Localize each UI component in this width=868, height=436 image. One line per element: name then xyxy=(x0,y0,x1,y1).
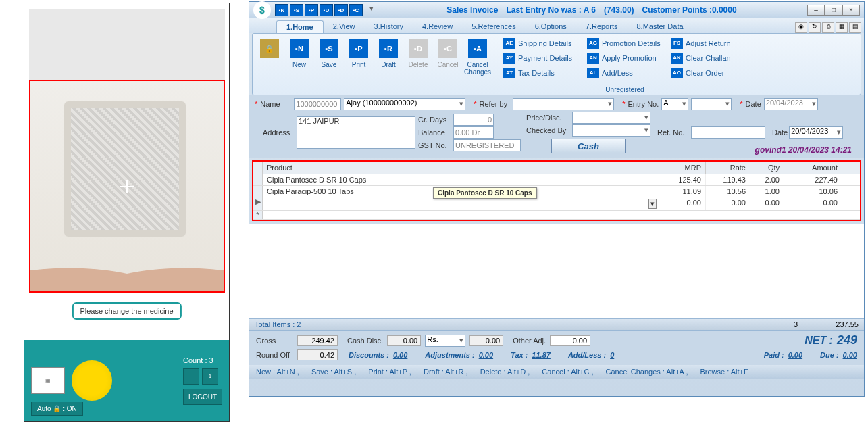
cr-days-input[interactable] xyxy=(453,114,494,126)
cash-disc-value[interactable]: 0.00 xyxy=(387,335,421,346)
ribbon-print-button[interactable]: ▪PPrint xyxy=(344,37,373,92)
adjustments-label: Adjustments : xyxy=(425,351,474,359)
shortcut-hint: Draft : Alt+R , xyxy=(424,368,468,376)
tab-3-history[interactable]: 3.History xyxy=(365,20,413,33)
net-value: 249 xyxy=(837,333,857,347)
qat-button[interactable]: ▪C xyxy=(349,4,363,16)
calc-icon[interactable]: ▦ xyxy=(836,22,848,33)
table-row[interactable]: Cipla Paracip-500 10 Tabs11.0910.561.001… xyxy=(253,186,860,197)
entry-no-combo[interactable] xyxy=(691,98,732,110)
tab-8-master-data[interactable]: 8.Master Data xyxy=(627,20,692,33)
ribbon-clear-challan-button[interactable]: AKClear Challan xyxy=(668,51,749,65)
maximize-button[interactable]: □ xyxy=(825,5,842,16)
table-row[interactable]: ▶▾0.000.000.000.00 xyxy=(253,197,860,211)
logout-button[interactable]: LOGOUT xyxy=(183,389,222,405)
checked-by-label: Checked By xyxy=(526,126,571,135)
gst-input xyxy=(453,139,521,151)
ribbon-group-label: Unregistered xyxy=(501,86,749,93)
discounts-value[interactable]: 0.00 xyxy=(393,351,407,359)
ribbon-save-button[interactable]: ▪SSave xyxy=(315,37,343,92)
qat-dropdown-icon[interactable]: ▾ xyxy=(367,4,376,16)
qat-button[interactable]: ▪D xyxy=(320,4,333,16)
user-timestamp: govind1 20/04/2023 14:21 xyxy=(755,145,852,155)
tab-2-view[interactable]: 2.View xyxy=(324,20,365,33)
roundoff-label: Round Off xyxy=(256,351,293,359)
address-input[interactable]: 141 JAIPUR xyxy=(297,116,415,149)
ribbon-add-less-button[interactable]: ALAdd/Less xyxy=(584,66,665,80)
cash-button[interactable]: Cash xyxy=(551,139,626,153)
entry-series-combo[interactable]: A xyxy=(661,98,688,110)
addless-value[interactable]: 0 xyxy=(610,351,614,359)
rs-value[interactable]: 0.00 xyxy=(469,335,503,346)
net-label: NET : xyxy=(805,335,833,347)
qat-button[interactable]: ▪D xyxy=(334,4,348,16)
other-adj-input[interactable] xyxy=(550,335,590,346)
capture-button[interactable] xyxy=(72,360,112,401)
table-row[interactable]: Cipla Pantosec D SR 10 Caps125.40119.432… xyxy=(253,174,860,186)
ribbon-shipping-details-button[interactable]: AEShipping Details xyxy=(501,37,582,50)
checked-by-combo[interactable] xyxy=(572,124,650,137)
plus-button[interactable]: 1 xyxy=(202,368,218,385)
ribbon-cancel-changes-button[interactable]: ▪ACancel Changes xyxy=(463,37,492,92)
qat-button[interactable]: ▪P xyxy=(305,4,318,16)
print-icon[interactable]: ⎙ xyxy=(822,22,834,33)
tab-1-home[interactable]: 1.Home xyxy=(276,20,324,33)
adjustments-value[interactable]: 0.00 xyxy=(479,351,493,359)
ribbon-lock-button[interactable]: 🔒 xyxy=(255,37,284,92)
refer-combo[interactable] xyxy=(513,98,614,110)
entry-no-label: Entry No. xyxy=(628,100,659,108)
price-disc-label: Price/Disc. xyxy=(526,114,571,122)
ribbon-tax-details-button[interactable]: ATTax Details xyxy=(501,66,582,80)
col-qty[interactable]: Qty xyxy=(750,162,784,174)
tax-value[interactable]: 11.87 xyxy=(532,351,551,359)
shortcut-hint: Delete : Alt+D , xyxy=(480,368,530,376)
help-icon[interactable]: ◉ xyxy=(795,22,807,33)
balance-input xyxy=(453,126,494,139)
scan-message: Please change the medicine xyxy=(72,302,181,320)
app-logo-icon[interactable]: $ xyxy=(253,1,271,19)
close-button[interactable]: × xyxy=(842,5,860,16)
tab-5-references[interactable]: 5.References xyxy=(462,20,525,33)
ribbon-content: 🔒▪NNew▪SSave▪PPrint▪RDraft▪DDelete▪CCanc… xyxy=(252,33,861,95)
tab-4-review[interactable]: 4.Review xyxy=(413,20,462,33)
cash-disc-label: Cash Disc. xyxy=(347,337,383,345)
tab-6-options[interactable]: 6.Options xyxy=(526,20,576,33)
ribbon-apply-promotion-button[interactable]: ANApply Promotion xyxy=(584,51,665,65)
minus-button[interactable]: - xyxy=(183,368,199,385)
qat-button[interactable]: ▪N xyxy=(275,4,288,16)
shortcut-hint: Print : Alt+P , xyxy=(368,368,411,376)
qat-button[interactable]: ▪S xyxy=(290,4,303,16)
refresh-icon[interactable]: ↻ xyxy=(809,22,821,33)
camera-feed xyxy=(29,80,225,293)
auto-toggle[interactable]: Auto 🔒 : ON xyxy=(31,402,83,416)
ref-no-label: Ref. No. xyxy=(657,128,690,137)
col-amount[interactable]: Amount xyxy=(784,162,842,174)
thumbnail[interactable]: ▦ xyxy=(31,367,65,394)
col-mrp[interactable]: MRP xyxy=(661,162,706,174)
date2-label: Date xyxy=(772,128,788,137)
name-combo[interactable]: Ajay (100000000002) xyxy=(344,98,465,110)
window-title: Sales Invoice xyxy=(446,5,498,15)
sales-invoice-window: $ ▪N▪S▪P▪D▪D▪C ▾ Sales Invoice Last Entr… xyxy=(249,1,865,397)
shortcut-hint: Cancel : Alt+C , xyxy=(542,368,593,376)
date1-input[interactable]: 20/04/2023 xyxy=(764,98,818,110)
date2-input[interactable]: 20/04/2023 xyxy=(789,126,843,139)
rs-combo[interactable]: Rs. xyxy=(425,335,465,347)
col-rate[interactable]: Rate xyxy=(706,162,750,174)
gross-value: 249.42 xyxy=(297,335,338,346)
roundoff-value: -0.42 xyxy=(297,349,338,360)
minimize-button[interactable]: – xyxy=(807,5,825,16)
col-product[interactable]: Product xyxy=(263,162,661,174)
ribbon-new-button[interactable]: ▪NNew xyxy=(285,37,313,92)
ribbon-adjust-return-button[interactable]: FSAdjust Return xyxy=(668,37,749,50)
ref-no-input[interactable] xyxy=(691,126,765,139)
price-disc-combo[interactable] xyxy=(572,112,650,124)
ribbon-clear-order-button[interactable]: AOClear Order xyxy=(668,66,749,80)
ribbon-draft-button[interactable]: ▪RDraft xyxy=(374,37,403,92)
tab-7-reports[interactable]: 7.Reports xyxy=(576,20,628,33)
name-code-input[interactable] xyxy=(294,98,341,110)
ribbon-promotion-details-button[interactable]: AGPromotion Details xyxy=(584,37,665,50)
ribbon-payment-details-button[interactable]: AYPayment Details xyxy=(501,51,582,65)
export-icon[interactable]: ▤ xyxy=(849,22,861,33)
discounts-label: Discounts : xyxy=(349,351,389,359)
